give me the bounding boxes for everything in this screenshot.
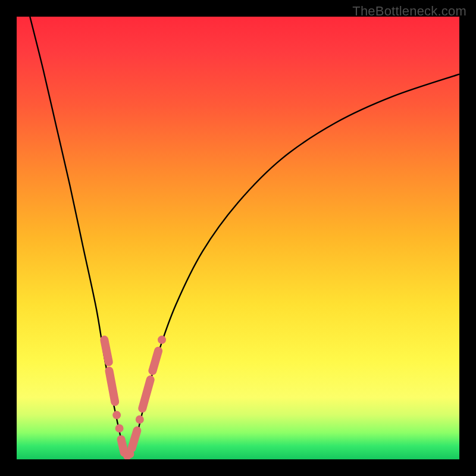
plot-area bbox=[17, 17, 459, 459]
marker-pill bbox=[142, 380, 150, 408]
marker-pill bbox=[109, 371, 115, 402]
marker-pill bbox=[121, 440, 124, 453]
bottleneck-curve bbox=[30, 17, 459, 457]
marker-pill bbox=[152, 351, 158, 371]
marker-dot bbox=[115, 424, 124, 433]
marker-pill bbox=[131, 431, 137, 449]
marker-dot bbox=[112, 411, 121, 419]
marker-pill bbox=[104, 340, 108, 362]
marker-dot bbox=[123, 452, 131, 459]
curve-svg bbox=[17, 17, 459, 459]
marker-dot bbox=[158, 336, 166, 344]
marker-dot bbox=[136, 415, 144, 424]
marker-layer bbox=[104, 336, 166, 459]
chart-frame: TheBottleneck.com bbox=[0, 0, 476, 476]
marker-dot bbox=[126, 450, 134, 458]
curve-path bbox=[30, 17, 459, 457]
